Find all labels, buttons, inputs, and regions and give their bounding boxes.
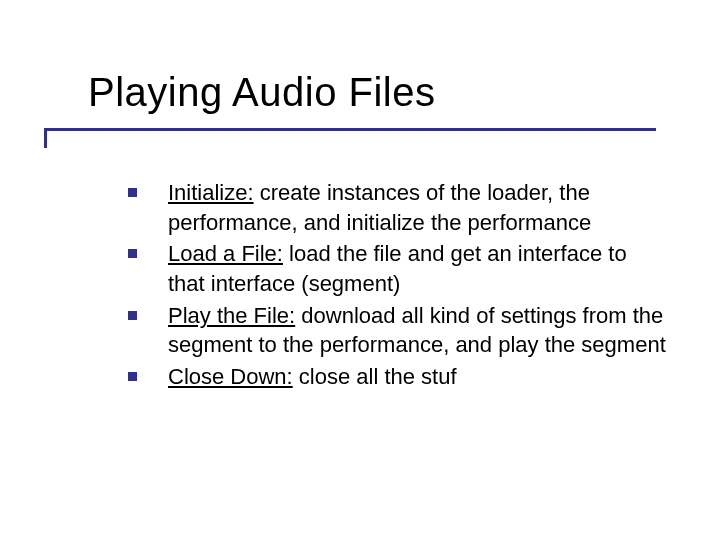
slide-body: Initialize: create instances of the load… <box>128 178 668 394</box>
title-wrap: Playing Audio Files <box>88 70 435 115</box>
list-item: Load a File: load the file and get an in… <box>128 239 668 298</box>
item-lead: Play the File: <box>168 303 295 328</box>
item-lead: Initialize: <box>168 180 254 205</box>
item-lead: Close Down: <box>168 364 293 389</box>
list-item: Close Down: close all the stuf <box>128 362 668 392</box>
title-underline <box>44 128 656 131</box>
item-lead: Load a File: <box>168 241 283 266</box>
list-item: Play the File: download all kind of sett… <box>128 301 668 360</box>
bullet-icon <box>128 311 137 320</box>
list-item: Initialize: create instances of the load… <box>128 178 668 237</box>
item-rest: close all the stuf <box>293 364 457 389</box>
bullet-icon <box>128 188 137 197</box>
title-tick <box>44 128 47 148</box>
bullet-icon <box>128 249 137 258</box>
slide: Playing Audio Files Initialize: create i… <box>0 0 720 540</box>
bullet-icon <box>128 372 137 381</box>
slide-title: Playing Audio Files <box>88 70 435 115</box>
